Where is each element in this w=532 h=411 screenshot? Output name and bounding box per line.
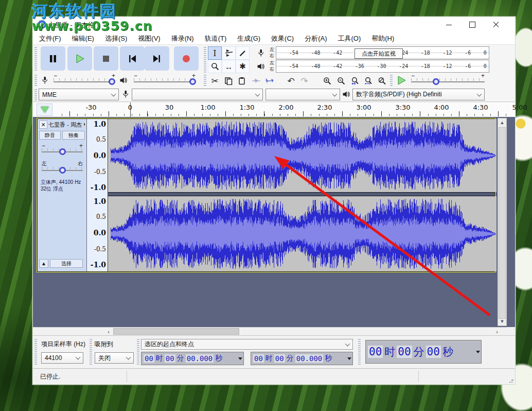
mute-button[interactable]: 静音 xyxy=(39,131,61,140)
play-meter-button[interactable] xyxy=(254,60,268,73)
selection-tool-button[interactable]: I xyxy=(208,46,222,60)
resize-grip[interactable] xyxy=(509,378,514,383)
menu-file[interactable]: 文件(F) xyxy=(39,34,61,43)
track-name-menu[interactable]: 七里香 - 周杰▼ xyxy=(48,121,85,129)
play-at-speed-button[interactable] xyxy=(395,74,407,87)
menu-select[interactable]: 选择(S) xyxy=(105,34,127,43)
record-meter-button[interactable] xyxy=(254,46,268,59)
fit-project-button[interactable] xyxy=(362,75,375,87)
multi-tool-button[interactable]: ✱ xyxy=(236,60,250,73)
scroll-down-icon[interactable]: ▼ xyxy=(498,317,506,326)
track-select-button[interactable]: 选择 xyxy=(50,259,83,268)
menu-tools[interactable]: 工具(O) xyxy=(338,34,361,43)
paste-button[interactable] xyxy=(235,75,248,87)
waveform-view[interactable] xyxy=(108,119,494,271)
menu-view[interactable]: 视图(V) xyxy=(138,34,160,43)
selection-fields-grip[interactable] xyxy=(137,339,139,366)
silence-audio-button[interactable] xyxy=(263,75,276,87)
tools-toolbar-grip[interactable] xyxy=(204,47,206,74)
gain-thumb[interactable] xyxy=(59,148,66,155)
record-button[interactable] xyxy=(174,46,199,71)
minimize-button[interactable] xyxy=(437,17,460,32)
vertical-scroll-thumb[interactable] xyxy=(499,127,506,319)
selection-start-field[interactable]: 00时 00分 00.000秒 xyxy=(141,352,244,365)
pinned-playhead-button[interactable] xyxy=(37,104,52,116)
zoom-in-button[interactable] xyxy=(321,75,333,87)
menu-help[interactable]: 帮助(H) xyxy=(371,34,394,43)
playback-device-select[interactable]: 数字音频(S/PDIF) (High Definiti xyxy=(352,89,485,100)
time-ruler[interactable]: -30 0 30 1:00 1:30 2:00 2:30 3:00 3:30 4… xyxy=(55,102,506,117)
audio-host-select[interactable]: MME xyxy=(39,89,119,100)
waveform-left-channel[interactable] xyxy=(108,119,496,192)
project-rate-select[interactable]: 44100 xyxy=(41,352,83,364)
play-volume-slider[interactable]: −+ xyxy=(134,76,196,85)
scroll-up-icon[interactable]: ▲ xyxy=(498,118,506,127)
play-at-speed-grip[interactable] xyxy=(390,75,393,87)
chevron-down-icon[interactable] xyxy=(238,357,242,360)
record-volume-thumb[interactable] xyxy=(109,78,115,85)
stop-button[interactable] xyxy=(94,46,118,71)
mixer-toolbar-grip[interactable] xyxy=(34,75,37,87)
track-close-button[interactable]: ✕ xyxy=(39,121,47,129)
selection-toolbar-grip[interactable] xyxy=(34,339,37,366)
play-volume-thumb[interactable] xyxy=(189,78,196,85)
record-volume-slider[interactable]: −+ xyxy=(54,76,115,85)
play-button[interactable] xyxy=(67,46,92,71)
skip-to-start-button[interactable] xyxy=(120,46,145,71)
cut-button[interactable]: ✂ xyxy=(208,75,221,87)
maximize-button[interactable] xyxy=(460,17,484,32)
track-gain-slider[interactable]: −+ xyxy=(42,145,83,154)
envelope-tool-button[interactable] xyxy=(222,46,236,60)
trim-audio-button[interactable] xyxy=(250,75,262,87)
horizontal-scroll-thumb[interactable] xyxy=(113,328,239,335)
edit-toolbar-grip[interactable] xyxy=(204,75,206,87)
chevron-down-icon[interactable] xyxy=(347,357,351,360)
vertical-scale-ruler[interactable]: 1.0 0.5 0.0 -0.5 -1.0 1.0 0.5 0.0 -0.5 -… xyxy=(87,119,108,271)
track-pan-slider[interactable]: 左 右 xyxy=(42,163,83,173)
skip-to-end-button[interactable] xyxy=(145,46,169,71)
scroll-right-icon[interactable]: › xyxy=(493,328,501,336)
menu-generate[interactable]: 生成(G) xyxy=(237,34,260,43)
scroll-left-icon[interactable]: ‹ xyxy=(104,328,113,336)
vertical-scrollbar[interactable]: ▲ ▼ xyxy=(498,118,507,326)
monitor-tooltip[interactable]: 点击开始监视 xyxy=(354,48,403,59)
chevron-down-icon[interactable] xyxy=(476,351,480,353)
play-speed-slider[interactable]: −+ xyxy=(411,76,485,85)
menu-edit[interactable]: 编辑(E) xyxy=(72,34,94,43)
menu-tracks[interactable]: 轨道(T) xyxy=(205,34,227,43)
recording-meter[interactable]: -54-48 -42-36 -30-24 -18-12 -60 点击开始监视 xyxy=(276,46,489,59)
menu-transport[interactable]: 播录(N) xyxy=(171,34,194,43)
zoom-out-button[interactable] xyxy=(334,75,347,87)
recording-device-select[interactable] xyxy=(132,89,263,100)
waveform-right-channel[interactable] xyxy=(108,196,496,271)
zoom-toggle-button[interactable] xyxy=(375,75,388,87)
menu-effect[interactable]: 效果(C) xyxy=(271,34,294,43)
timeshift-tool-button[interactable]: ↔ xyxy=(222,60,236,73)
pause-button[interactable] xyxy=(41,46,65,71)
recording-channels-select[interactable] xyxy=(265,89,340,100)
close-button[interactable] xyxy=(484,17,508,32)
transport-toolbar-grip[interactable] xyxy=(34,47,37,71)
solo-button[interactable]: 独奏 xyxy=(62,131,85,140)
horizontal-scrollbar[interactable]: ‹ › xyxy=(33,327,507,336)
pan-thumb[interactable] xyxy=(59,167,66,174)
track-area[interactable]: ✕ 七里香 - 周杰▼ 静音 独奏 −+ 左 右 立体声 xyxy=(33,117,515,327)
playback-meter[interactable]: -54-48 -42-36 -30-24 -18-12 -60 xyxy=(276,60,489,73)
audio-position-field[interactable]: 00时 00分 00秒 xyxy=(365,340,482,364)
collapse-track-button[interactable]: ▲ xyxy=(39,259,48,268)
undo-button[interactable]: ↶ xyxy=(285,75,297,87)
fit-selection-button[interactable] xyxy=(348,75,361,87)
copy-button[interactable] xyxy=(222,75,235,87)
selection-end-field[interactable]: 00时 00分 00.000秒 xyxy=(251,352,353,365)
snap-grip[interactable] xyxy=(90,339,92,366)
zoom-tool-button[interactable] xyxy=(208,60,222,73)
snap-to-select[interactable]: 关闭 xyxy=(95,352,134,364)
selection-mode-select[interactable]: 选区的起点和终点 xyxy=(141,339,353,350)
draw-tool-button[interactable] xyxy=(236,46,250,60)
redo-button[interactable]: ↷ xyxy=(298,75,311,87)
device-toolbar-grip[interactable] xyxy=(34,89,37,100)
timeline-ruler[interactable]: -30 0 30 1:00 1:30 2:00 2:30 3:00 3:30 4… xyxy=(33,102,515,117)
time-toolbar-grip[interactable] xyxy=(358,339,361,366)
menu-analyze[interactable]: 分析(A) xyxy=(305,34,327,43)
play-speed-thumb[interactable] xyxy=(433,78,439,85)
